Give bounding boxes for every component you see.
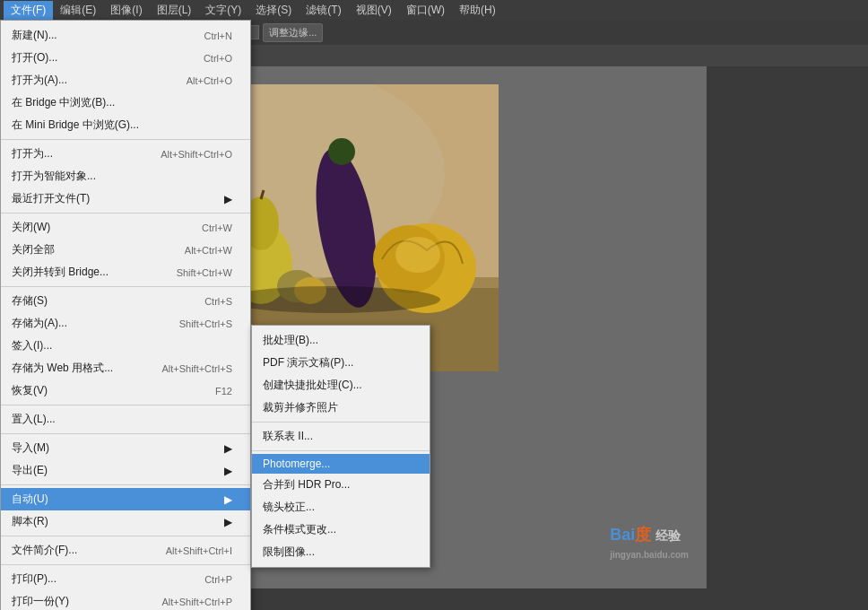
menu-checkin[interactable]: 签入(I)... — [1, 335, 250, 357]
menu-import[interactable]: 导入(M) ▶ — [1, 437, 250, 459]
sep6 — [1, 484, 250, 485]
menu-save[interactable]: 存储(S) Ctrl+S — [1, 290, 250, 312]
menu-close-label: 关闭(W) — [12, 220, 50, 235]
menu-open-shortcut: Ctrl+O — [204, 53, 232, 64]
menu-export-arrow: ▶ — [224, 465, 232, 477]
menu-checkin-label: 签入(I)... — [12, 338, 52, 353]
sep1 — [1, 139, 250, 140]
menu-crop-straighten[interactable]: 裁剪并修齐照片 — [252, 396, 430, 419]
menu-create-shortcut[interactable]: 创建快捷批处理(C)... — [252, 374, 430, 396]
menu-print-one-label: 打印一份(Y) — [12, 594, 69, 609]
auto-sep1 — [252, 422, 430, 423]
menu-print-one-shortcut: Alt+Shift+Ctrl+P — [161, 597, 232, 607]
menu-scripts-label: 脚本(R) — [12, 514, 48, 529]
menu-automate-label: 自动(U) — [12, 492, 48, 507]
menu-new[interactable]: 新建(N)... Ctrl+N — [1, 24, 250, 47]
menu-revert-label: 恢复(V) — [12, 383, 48, 398]
menu-filter[interactable]: 滤镜(T) — [299, 1, 348, 20]
menu-open-as-shortcut: Alt+Shift+Ctrl+O — [161, 149, 232, 160]
menu-photomerge[interactable]: Photomerge... — [252, 454, 430, 474]
menu-open-as-label: 打开为... — [12, 146, 53, 161]
sep3 — [1, 286, 250, 287]
menu-recent-arrow: ▶ — [224, 193, 232, 205]
menu-file-info[interactable]: 文件简介(F)... Alt+Shift+Ctrl+I — [1, 539, 250, 562]
file-menu-dropdown: 新建(N)... Ctrl+N 打开(O)... Ctrl+O 打开为(A)..… — [0, 20, 251, 610]
menu-close-bridge-shortcut: Shift+Ctrl+W — [177, 267, 232, 278]
menu-crop-straighten-label: 裁剪并修齐照片 — [263, 400, 338, 415]
sep7 — [1, 536, 250, 536]
menu-scripts-arrow: ▶ — [224, 516, 232, 528]
menu-place-label: 置入(L)... — [12, 412, 56, 427]
menu-save-as-label: 存储为(A)... — [12, 316, 67, 331]
menu-photomerge-label: Photomerge... — [263, 458, 330, 470]
menu-browse-bridge-label: 在 Bridge 中浏览(B)... — [12, 95, 115, 110]
menu-contact-sheet[interactable]: 联系表 II... — [252, 425, 430, 448]
menu-open-as[interactable]: 打开为... Alt+Shift+Ctrl+O — [1, 143, 250, 165]
menu-save-web[interactable]: 存储为 Web 用格式... Alt+Shift+Ctrl+S — [1, 357, 250, 379]
menu-layer[interactable]: 图层(L) — [150, 1, 199, 20]
automate-submenu: 批处理(B)... PDF 演示文稿(P)... 创建快捷批处理(C)... 裁… — [251, 325, 430, 568]
menu-automate-arrow: ▶ — [224, 493, 232, 506]
menu-recent[interactable]: 最近打开文件(T) ▶ — [1, 187, 250, 210]
menu-new-shortcut: Ctrl+N — [204, 30, 232, 41]
menu-contact-sheet-label: 联系表 II... — [263, 429, 313, 444]
menu-import-label: 导入(M) — [12, 440, 49, 456]
menu-edit[interactable]: 编辑(E) — [53, 1, 103, 20]
menu-pdf-present-label: PDF 演示文稿(P)... — [263, 355, 353, 370]
menu-revert[interactable]: 恢复(V) F12 — [1, 379, 250, 402]
menu-select[interactable]: 选择(S) — [248, 1, 299, 20]
menu-image[interactable]: 图像(I) — [103, 1, 149, 20]
menu-save-shortcut: Ctrl+S — [204, 296, 232, 307]
menu-text[interactable]: 文字(Y) — [198, 1, 248, 20]
menu-new-label: 新建(N)... — [12, 28, 57, 43]
menu-close-shortcut: Ctrl+W — [202, 222, 232, 233]
menu-merge-hdr[interactable]: 合并到 HDR Pro... — [252, 474, 430, 496]
menu-export[interactable]: 导出(E) ▶ — [1, 459, 250, 482]
menu-place[interactable]: 置入(L)... — [1, 408, 250, 431]
sep8 — [1, 564, 250, 565]
sep2 — [1, 213, 250, 214]
right-panel — [707, 66, 868, 588]
menu-export-label: 导出(E) — [12, 463, 48, 478]
menu-lens-correction[interactable]: 镜头校正... — [252, 496, 430, 518]
menu-print-shortcut: Ctrl+P — [204, 574, 232, 585]
menu-conditional-mode[interactable]: 条件模式更改... — [252, 518, 430, 541]
menu-merge-hdr-label: 合并到 HDR Pro... — [263, 477, 350, 492]
menu-print-one[interactable]: 打印一份(Y) Alt+Shift+Ctrl+P — [1, 590, 250, 610]
menu-view[interactable]: 视图(V) — [349, 1, 399, 20]
menu-open[interactable]: 打开(O)... Ctrl+O — [1, 47, 250, 69]
menu-save-as-shortcut: Shift+Ctrl+S — [179, 318, 232, 329]
menu-close-all[interactable]: 关闭全部 Alt+Ctrl+W — [1, 239, 250, 261]
automate-submenu-wrapper: 批处理(B)... PDF 演示文稿(P)... 创建快捷批处理(C)... 裁… — [251, 325, 430, 610]
menu-close-all-label: 关闭全部 — [12, 242, 55, 257]
menu-save-label: 存储(S) — [12, 293, 48, 309]
menu-batch[interactable]: 批处理(B)... — [252, 329, 430, 352]
dropdown-overlay: 新建(N)... Ctrl+N 打开(O)... Ctrl+O 打开为(A)..… — [0, 20, 430, 610]
menu-close-all-shortcut: Alt+Ctrl+W — [185, 245, 232, 256]
menu-pdf-present[interactable]: PDF 演示文稿(P)... — [252, 352, 430, 374]
menu-file[interactable]: 文件(F) — [4, 1, 53, 20]
menu-file-info-label: 文件简介(F)... — [12, 543, 77, 558]
menu-window[interactable]: 窗口(W) — [399, 1, 452, 20]
menu-close-bridge-label: 关闭并转到 Bridge... — [12, 265, 108, 280]
menu-close[interactable]: 关闭(W) Ctrl+W — [1, 216, 250, 239]
menu-open-alt[interactable]: 打开为(A)... Alt+Ctrl+O — [1, 69, 250, 92]
menu-save-as[interactable]: 存储为(A)... Shift+Ctrl+S — [1, 312, 250, 335]
menu-scripts[interactable]: 脚本(R) ▶ — [1, 510, 250, 533]
menu-save-web-shortcut: Alt+Shift+Ctrl+S — [161, 363, 232, 374]
menu-open-alt-shortcut: Alt+Ctrl+O — [187, 75, 232, 86]
menu-save-web-label: 存储为 Web 用格式... — [12, 361, 113, 376]
menu-fit-image[interactable]: 限制图像... — [252, 541, 430, 563]
menu-open-smart[interactable]: 打开为智能对象... — [1, 165, 250, 187]
baidu-watermark: Bai度 经验 jingyan.baidu.com — [610, 524, 689, 562]
menu-open-alt-label: 打开为(A)... — [12, 73, 67, 88]
menu-browse-minibridge[interactable]: 在 Mini Bridge 中浏览(G)... — [1, 114, 250, 136]
menu-close-bridge[interactable]: 关闭并转到 Bridge... Shift+Ctrl+W — [1, 261, 250, 283]
menu-print-label: 打印(P)... — [12, 571, 56, 587]
menu-help[interactable]: 帮助(H) — [452, 1, 503, 20]
menu-fit-image-label: 限制图像... — [263, 545, 315, 560]
menu-browse-bridge[interactable]: 在 Bridge 中浏览(B)... — [1, 92, 250, 114]
menu-automate[interactable]: 自动(U) ▶ — [1, 488, 250, 510]
menu-print[interactable]: 打印(P)... Ctrl+P — [1, 568, 250, 590]
menu-import-arrow: ▶ — [224, 442, 232, 455]
